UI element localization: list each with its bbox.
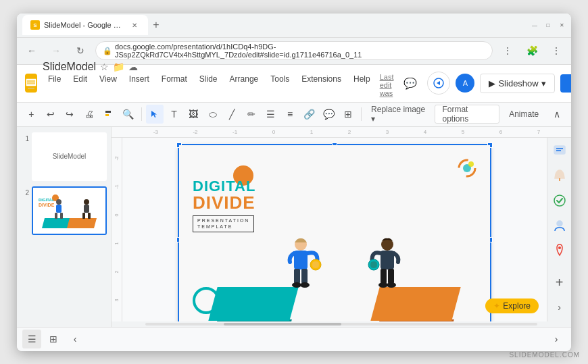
url-bar[interactable]: 🔒 docs.google.com/presentation/d/1hICDq4… — [95, 41, 493, 60]
menu-extensions[interactable]: Extensions — [296, 73, 347, 105]
folder-icon[interactable]: 📁 — [113, 61, 124, 72]
ruler-v-mark-4: 1 — [114, 242, 119, 245]
toolbar-zoom-btn[interactable]: 🔍 — [119, 105, 137, 124]
toolbar-comment-btn[interactable]: 💬 — [320, 105, 338, 124]
slideshow-button[interactable]: ▶ Slideshow ▾ — [480, 74, 554, 93]
menu-tools[interactable]: Tools — [265, 73, 295, 105]
toolbar-line-btn[interactable]: ╱ — [223, 105, 241, 124]
slide-preview-2[interactable]: DIGITAL DIVIDE — [32, 186, 107, 235]
app-name: SlideModel — [43, 61, 96, 73]
svg-point-7 — [56, 199, 62, 205]
user-avatar[interactable]: A — [456, 74, 474, 93]
view-grid-btn[interactable]: ⊞ — [44, 330, 63, 348]
mini-slide-content: DIGITAL DIVIDE — [33, 188, 105, 234]
menu-file[interactable]: File — [43, 73, 66, 105]
replace-image-btn[interactable]: Replace image ▾ — [366, 105, 432, 124]
sidebar-bell-btn[interactable] — [550, 167, 569, 184]
toolbar-transform-btn[interactable]: ⊞ — [339, 105, 357, 124]
cloud-icon[interactable]: ☁ — [128, 61, 138, 72]
chat-icon-btn[interactable]: 💬 — [399, 72, 422, 95]
animate-btn[interactable]: Animate — [502, 105, 545, 124]
menu-slide[interactable]: Slide — [194, 73, 223, 105]
extensions-btn[interactable]: 🧩 — [522, 41, 541, 60]
toolbar-link-btn[interactable]: 🔗 — [300, 105, 318, 124]
scrollbar-track[interactable] — [145, 323, 537, 326]
animate-label: Animate — [509, 109, 539, 119]
menu-edit[interactable]: Edit — [68, 73, 93, 105]
sidebar-check-btn[interactable] — [550, 192, 569, 209]
platform-teal — [208, 287, 298, 321]
star-icon[interactable]: ☆ — [100, 61, 109, 72]
toolbar-image-btn[interactable]: 🖼 — [185, 105, 203, 124]
toolbar-add-btn[interactable]: + — [22, 105, 41, 124]
refresh-btn[interactable]: ↻ — [71, 41, 90, 60]
svg-point-23 — [292, 282, 301, 288]
sidebar-chat-btn[interactable] — [550, 143, 569, 160]
explore-btn[interactable]: ✦ Explore — [485, 298, 539, 313]
scrollbar-thumb[interactable] — [224, 323, 341, 326]
tab-favicon: S — [30, 20, 40, 30]
sidebar-location-btn[interactable] — [550, 242, 569, 259]
toolbar-paintformat-btn[interactable] — [99, 105, 118, 124]
toolbar-scribble-btn[interactable]: ✏ — [242, 105, 260, 124]
ruler-mark-6: 2 — [348, 129, 351, 135]
toolbar-undo-btn[interactable]: ↩ — [42, 105, 60, 124]
slide-container[interactable]: DIGITAL DIVIDE PRESENTATION TEMPLATE — [179, 145, 490, 321]
profile-menu-btn[interactable]: ⋮ — [498, 41, 517, 60]
sidebar-arrow-right-btn[interactable]: › — [550, 299, 569, 316]
svg-point-17 — [468, 161, 474, 167]
template-line-1: PRESENTATION — [197, 217, 249, 224]
ruler-v-mark-2: -1 — [114, 184, 119, 188]
share-button[interactable]: 🔒 Share — [560, 74, 571, 93]
expand-panel-btn[interactable]: ‹ — [66, 330, 84, 348]
slide-thumb-1[interactable]: 1 SlideModel — [21, 132, 107, 181]
dd-slide-content: DIGITAL DIVIDE PRESENTATION TEMPLATE — [179, 145, 490, 321]
sidebar-person-btn[interactable] — [550, 217, 569, 234]
toolbar-select-btn[interactable] — [146, 105, 164, 124]
menu-view[interactable]: View — [94, 73, 122, 105]
menu-insert[interactable]: Insert — [124, 73, 155, 105]
tab-close-btn[interactable]: ✕ — [129, 20, 140, 30]
slide-thumb-2[interactable]: 2 DIGITAL DIVIDE — [21, 186, 107, 235]
menu-format[interactable]: Format — [156, 73, 193, 105]
app-menu: File Edit View Insert Format Slide Arran… — [43, 73, 393, 105]
svg-rect-19 — [294, 251, 308, 269]
ruler-marks: -3 -2 -1 0 1 2 3 4 5 6 7 — [122, 129, 571, 135]
more-btn[interactable]: ⋮ — [547, 41, 566, 60]
menu-help[interactable]: Help — [348, 73, 376, 105]
bottom-right-nav[interactable]: › — [547, 330, 566, 348]
forward-btn[interactable]: → — [47, 41, 66, 60]
minimize-btn[interactable]: — — [531, 21, 539, 29]
toolbar-align-btn[interactable]: ☰ — [262, 105, 280, 124]
deco-circle-multi — [458, 159, 476, 178]
close-btn[interactable]: ✕ — [558, 21, 566, 29]
slide-preview-1[interactable]: SlideModel — [32, 132, 107, 181]
toolbar-print-btn[interactable]: 🖨 — [80, 105, 99, 124]
toolbar-sep-1 — [141, 107, 142, 121]
browser-tab[interactable]: S SlideModel - Google Slides ✕ — [22, 15, 148, 35]
new-tab-btn[interactable]: + — [148, 17, 164, 33]
app-title-area: SlideModel ☆ 📁 ☁ File Edit View Insert F… — [43, 61, 393, 105]
sidebar-add-btn[interactable]: + — [550, 274, 569, 291]
toolbar-list-btn[interactable]: ≡ — [281, 105, 299, 124]
toolbar-collapse-btn[interactable]: ∧ — [548, 105, 566, 124]
menu-arrange[interactable]: Arrange — [224, 73, 264, 105]
toolbar-redo-btn[interactable]: ↪ — [61, 105, 79, 124]
digital-text: DIGITAL — [193, 179, 255, 194]
svg-rect-32 — [554, 146, 565, 154]
play-icon: ▶ — [489, 78, 495, 88]
toolbar-text-btn[interactable]: T — [165, 105, 183, 124]
back-btn[interactable]: ← — [22, 41, 41, 60]
app-header: SlideModel ☆ 📁 ☁ File Edit View Insert F… — [17, 65, 571, 103]
maximize-btn[interactable]: □ — [544, 21, 552, 29]
last-edit-text[interactable]: Last edit was ... — [380, 73, 394, 105]
meet-btn[interactable] — [427, 72, 450, 95]
h-scrollbar[interactable] — [112, 321, 571, 327]
view-list-btn[interactable]: ☰ — [22, 330, 41, 348]
ruler-v-mark-3: 0 — [114, 214, 119, 217]
svg-rect-8 — [56, 205, 62, 213]
mini-orange-platform — [67, 218, 97, 228]
format-options-btn[interactable]: Format options — [435, 105, 499, 124]
toolbar-shape-btn[interactable]: ⬭ — [203, 105, 222, 124]
toolbar-sep-2 — [361, 107, 362, 121]
